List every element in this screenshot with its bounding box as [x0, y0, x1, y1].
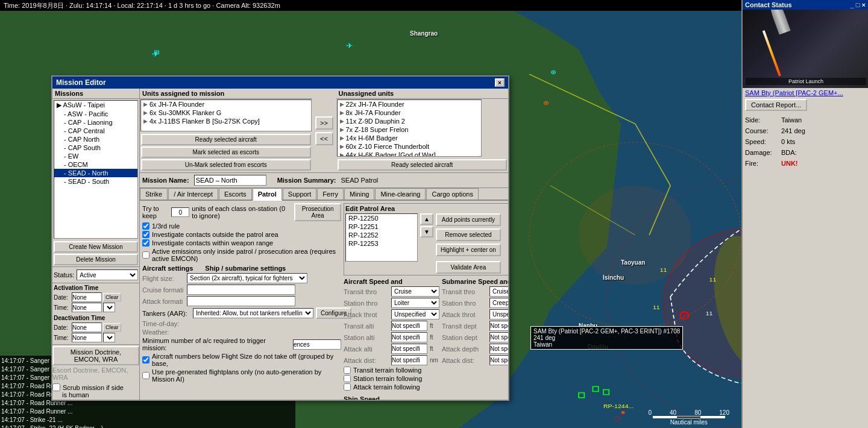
patrol-point-item[interactable]: RP-12251: [346, 222, 417, 231]
mission-list-item[interactable]: - SEAD - South: [54, 177, 137, 186]
sub-attack-depth-input[interactable]: [489, 344, 508, 354]
station-alt-input[interactable]: [391, 332, 427, 342]
assigned-unit-item[interactable]: ▶6x Su-30MKK Flanker G: [141, 109, 311, 117]
station-throttle-select[interactable]: Loiter: [391, 298, 439, 308]
missions-list[interactable]: ▶ ASuW - Taipei- ASW - Pacific- CAP - Li…: [54, 100, 138, 239]
assigned-units-list[interactable]: ▶6x JH-7A Flounder▶6x Su-30MKK Flanker G…: [140, 99, 312, 131]
ready-unassigned-button[interactable]: Ready selected aircraft: [338, 159, 508, 171]
tankers-select[interactable]: Inherited: Allow, but not tankers refuel…: [193, 308, 313, 318]
transfer-left-button[interactable]: <<: [315, 132, 333, 145]
transit-throttle-select[interactable]: Cruise: [391, 286, 439, 297]
assigned-unit-item[interactable]: ▶6x JH-7A Flounder: [141, 100, 311, 109]
tab-strike[interactable]: Strike: [140, 188, 168, 200]
unassigned-unit-item[interactable]: ▶11x Z-9D Dauphin 2: [338, 117, 481, 125]
create-mission-button[interactable]: Create New Mission: [54, 241, 138, 253]
transit-terrain-checkbox[interactable]: [344, 367, 351, 374]
status-select[interactable]: Active Inactive: [77, 269, 138, 280]
patrol-point-up-button[interactable]: ▲: [420, 213, 433, 225]
activation-date-clear-button[interactable]: Clear: [103, 293, 121, 301]
transfer-right-button[interactable]: >>: [315, 116, 333, 130]
deactivation-date-clear-button[interactable]: Clear: [103, 323, 121, 332]
assigned-unit-item[interactable]: ▶4x J-11BS Flanker B [Su-27SK Copy]: [141, 117, 311, 125]
contact-report-button[interactable]: Contact Report...: [745, 99, 807, 111]
attack-throttle-select[interactable]: Unspecified: [391, 309, 439, 319]
tab-escorts[interactable]: Escorts: [219, 188, 252, 200]
unassigned-units-list[interactable]: ▶22x JH-7A Flounder▶8x JH-7A Flounder▶11…: [337, 99, 482, 157]
attack-terrain-checkbox[interactable]: [344, 383, 351, 391]
patrol-point-down-button[interactable]: ▼: [420, 226, 433, 238]
mission-editor-close-button[interactable]: ×: [495, 78, 505, 87]
tab-cargooptions[interactable]: Cargo options: [426, 188, 479, 200]
try-keep-input[interactable]: [171, 207, 189, 217]
highlight-center-button[interactable]: Highlight + center on: [436, 244, 501, 256]
mission-name-input[interactable]: [194, 175, 266, 186]
ready-selected-button[interactable]: Ready selected aircraft: [141, 134, 311, 145]
scrub-checkbox[interactable]: [52, 383, 60, 391]
patrol-point-item[interactable]: RP-12250: [346, 214, 417, 222]
activation-time-ampm[interactable]: [103, 303, 115, 312]
mission-list-item[interactable]: - CAP North: [54, 135, 137, 143]
attack-formation-input[interactable]: [187, 296, 295, 306]
tab-mining[interactable]: Mining: [344, 188, 374, 200]
ship-speed-title: Ship Speed: [344, 395, 508, 400]
patrol-contacts-outside-row: Investigate contacts outside the patrol …: [142, 231, 341, 238]
deactivation-time-input[interactable]: [72, 333, 102, 342]
unassigned-unit-item[interactable]: ▶8x JH-7A Flounder: [338, 109, 481, 117]
mission-list-item[interactable]: - OECM: [54, 160, 137, 169]
patrol-point-item[interactable]: RP-12252: [346, 231, 417, 239]
tab-mineclearing[interactable]: Mine-clearing: [375, 188, 426, 200]
sub-transit-depth-input[interactable]: [489, 321, 508, 331]
sub-attack-dist-input[interactable]: [489, 355, 508, 365]
mission-list-item[interactable]: ▶ ASuW - Taipei: [54, 101, 137, 110]
patrol-contacts-weapon-checkbox[interactable]: [142, 239, 149, 247]
patrol-active-emissions-checkbox[interactable]: [142, 251, 149, 259]
patrol-contacts-outside-checkbox[interactable]: [142, 231, 149, 238]
sub-station-depth-input[interactable]: [489, 332, 508, 342]
mission-doctrine-button[interactable]: Mission Doctrine, EMCON, WRA: [52, 346, 139, 365]
flight-size-select[interactable]: Section (2x aircraft), typical for fight…: [187, 273, 307, 283]
min-ac-input[interactable]: [293, 339, 341, 350]
patrol-points-list[interactable]: RP-12250RP-12251RP-12252RP-12253: [345, 213, 418, 262]
attack-throttle-label: Attack throt: [344, 311, 389, 318]
patrol-1-3-rule-checkbox[interactable]: [142, 222, 149, 230]
add-points-button[interactable]: Add points currently: [436, 213, 501, 226]
contact-link[interactable]: SAM Bty (Patriot [PAC-2 GEM+...: [743, 88, 868, 98]
unassigned-unit-item[interactable]: ▶7x Z-18 Super Frelon: [338, 125, 481, 134]
sub-transit-select[interactable]: Cruise: [489, 286, 508, 297]
unassigned-unit-item[interactable]: ▶22x JH-7A Flounder: [338, 100, 481, 109]
validate-area-button[interactable]: Validate Area: [436, 261, 501, 274]
mission-list-item[interactable]: - CAP - Liaoning: [54, 118, 137, 127]
fire-value: UNK!: [781, 158, 798, 169]
patrol-point-item[interactable]: RP-12253: [346, 239, 417, 248]
unassigned-unit-item[interactable]: ▶14x H-6M Badger: [338, 134, 481, 142]
remove-selected-button[interactable]: Remove selected: [436, 228, 501, 241]
mission-list-item[interactable]: - ASW - Pacific: [54, 110, 137, 118]
station-terrain-checkbox[interactable]: [344, 375, 351, 382]
sub-station-select[interactable]: Creep: [489, 298, 508, 308]
mission-list-item[interactable]: - EW: [54, 152, 137, 160]
pregenerated-checkbox[interactable]: [142, 372, 149, 379]
transit-alt-input[interactable]: [391, 321, 427, 331]
mark-escorts-button[interactable]: Mark selected as escorts: [141, 146, 311, 158]
tab-airintercept[interactable]: / Air Intercept: [168, 188, 218, 200]
unassigned-unit-item[interactable]: ▶44x H-6K Badger [God of War]: [338, 151, 481, 157]
attack-alt-input[interactable]: [391, 344, 427, 354]
prosecution-area-button[interactable]: Prosecution Area: [294, 203, 341, 221]
delete-mission-button[interactable]: Delete Mission: [54, 254, 138, 265]
activation-date-input[interactable]: [72, 292, 102, 302]
tab-support[interactable]: Support: [283, 188, 317, 200]
cruise-formation-input[interactable]: [187, 285, 295, 295]
unassigned-unit-item[interactable]: ▶60x Z-10 Fierce Thunderbolt: [338, 142, 481, 151]
attack-dist-input[interactable]: [391, 355, 427, 365]
tab-patrol[interactable]: Patrol: [253, 188, 282, 201]
unmark-escorts-button[interactable]: Un-Mark selected from escorts: [141, 159, 311, 171]
deactivation-time-ampm[interactable]: [103, 333, 115, 342]
activation-time-input[interactable]: [72, 303, 102, 312]
mission-list-item[interactable]: - SEAD - North: [54, 169, 137, 177]
tab-ferry[interactable]: Ferry: [317, 188, 344, 200]
ac-numbers-checkbox[interactable]: [142, 356, 149, 363]
sub-attack-select[interactable]: Unspecified: [489, 309, 508, 319]
deactivation-date-input[interactable]: [72, 323, 102, 332]
mission-list-item[interactable]: - CAP South: [54, 143, 137, 152]
mission-list-item[interactable]: - CAP Central: [54, 127, 137, 135]
